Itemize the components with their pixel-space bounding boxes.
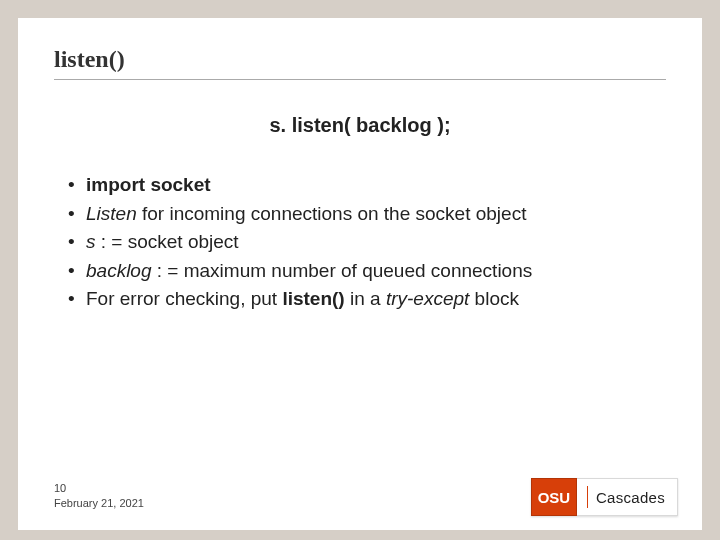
text-run: backlog bbox=[86, 260, 152, 281]
text-run: : = maximum number of queued connections bbox=[152, 260, 533, 281]
logo-text: Cascades bbox=[577, 478, 678, 516]
list-item: s : = socket object bbox=[68, 228, 666, 257]
list-item: For error checking, put listen() in a tr… bbox=[68, 285, 666, 314]
bullet-list: import socket Listen for incoming connec… bbox=[54, 171, 666, 314]
text-run: listen() bbox=[282, 288, 344, 309]
text-run: For error checking, put bbox=[86, 288, 282, 309]
slide-footer: 10 February 21, 2021 bbox=[54, 481, 144, 510]
footer-date: February 21, 2021 bbox=[54, 496, 144, 510]
code-line: s. listen( backlog ); bbox=[54, 114, 666, 137]
text-run: try-except bbox=[386, 288, 469, 309]
logo-name: Cascades bbox=[596, 489, 665, 506]
text-run: import socket bbox=[86, 174, 211, 195]
text-run: Listen bbox=[86, 203, 137, 224]
title-divider bbox=[54, 79, 666, 80]
page-number: 10 bbox=[54, 481, 144, 495]
list-item: Listen for incoming connections on the s… bbox=[68, 200, 666, 229]
logo-separator bbox=[587, 486, 588, 508]
text-run: in a bbox=[345, 288, 386, 309]
list-item: import socket bbox=[68, 171, 666, 200]
text-run: : = socket object bbox=[96, 231, 239, 252]
list-item: backlog : = maximum number of queued con… bbox=[68, 257, 666, 286]
osu-cascades-logo: OSU Cascades bbox=[531, 478, 678, 516]
text-run: s bbox=[86, 231, 96, 252]
text-run: block bbox=[469, 288, 519, 309]
slide-title: listen() bbox=[54, 46, 666, 73]
text-run: for incoming connections on the socket o… bbox=[137, 203, 527, 224]
slide: listen() s. listen( backlog ); import so… bbox=[18, 18, 702, 530]
logo-badge: OSU bbox=[531, 478, 577, 516]
